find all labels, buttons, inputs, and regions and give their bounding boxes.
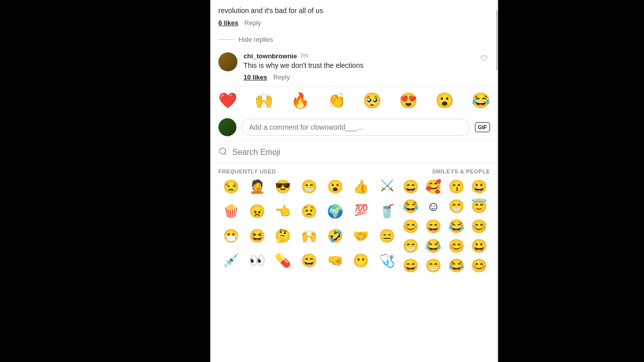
smiley-18[interactable]: 😁 <box>423 256 445 275</box>
reaction-cry[interactable]: 🥺 <box>363 92 381 109</box>
hide-line <box>218 39 233 40</box>
emoji-18[interactable]: 🙌 <box>296 227 321 250</box>
hide-replies-btn[interactable]: Hide replies <box>238 36 273 43</box>
smiley-4[interactable]: 😀 <box>468 177 491 196</box>
smiley-16[interactable]: 😀 <box>468 237 491 255</box>
emoji-27[interactable]: 😶 <box>349 251 374 275</box>
emoji-search-row <box>210 141 498 163</box>
emoji-6[interactable]: 👍 <box>349 177 374 201</box>
reaction-fire[interactable]: 🔥 <box>291 92 309 109</box>
emoji-7[interactable]: ⚔️ <box>374 177 399 201</box>
smiley-3[interactable]: 😙 <box>445 177 467 196</box>
emoji-1[interactable]: 😒 <box>218 177 244 201</box>
smiley-1[interactable]: 😄 <box>399 177 422 196</box>
emoji-24[interactable]: 💊 <box>270 251 295 275</box>
emoji-section-header: FREQUENTLY USED SMILEYS & PEOPLE <box>218 163 490 177</box>
emoji-13[interactable]: 💯 <box>349 202 374 226</box>
emoji-grid-container: FREQUENTLY USED SMILEYS & PEOPLE 😒 🤦 😎 😁… <box>210 163 498 275</box>
smiley-11[interactable]: 😂 <box>445 217 467 236</box>
smiley-19[interactable]: 😂 <box>445 256 467 275</box>
comments-area: revolution and it's bad for all of us 6 … <box>210 0 498 86</box>
smiley-2[interactable]: 🥰 <box>423 177 445 196</box>
smiley-5[interactable]: 😂 <box>399 197 422 216</box>
emoji-21[interactable]: 😑 <box>374 227 399 250</box>
main-reply-link[interactable]: Reply <box>273 73 290 81</box>
emoji-23[interactable]: 👀 <box>245 251 270 275</box>
comment-timestamp: 7m <box>300 52 308 59</box>
emoji-14[interactable]: 🥤 <box>374 202 399 226</box>
smiley-emoji-grid: 😄 🥰 😙 😀 😂 ☺️ 😁 😇 😊 😄 😂 😊 😁 😂 😊 😀 <box>399 177 490 275</box>
comment-username[interactable]: chi_townbrownie <box>244 52 297 60</box>
emoji-19[interactable]: 🤣 <box>323 227 348 250</box>
hide-replies-row: Hide replies <box>210 32 498 47</box>
top-likes-link[interactable]: 6 likes <box>218 19 238 27</box>
emoji-picker: FREQUENTLY USED SMILEYS & PEOPLE 😒 🤦 😎 😁… <box>210 141 498 362</box>
reaction-laugh[interactable]: 😂 <box>471 92 490 109</box>
smiley-15[interactable]: 😊 <box>445 237 467 255</box>
smiley-17[interactable]: 😄 <box>399 256 422 275</box>
reaction-raised-hands[interactable]: 🙌 <box>255 92 273 109</box>
right-panel <box>498 0 644 362</box>
emoji-search-input[interactable] <box>232 148 490 157</box>
emoji-5[interactable]: 😮 <box>323 177 348 201</box>
emoji-22[interactable]: 💉 <box>218 251 244 275</box>
smileys-people-label: SMILEYS & PEOPLE <box>432 168 490 174</box>
main-panel: revolution and it's bad for all of us 6 … <box>210 0 498 362</box>
emoji-9[interactable]: 😠 <box>245 202 270 226</box>
emoji-4[interactable]: 😁 <box>296 177 321 201</box>
main-likes-link[interactable]: 10 likes <box>244 73 267 81</box>
top-comment-actions: 6 likes Reply <box>218 19 490 27</box>
emoji-17[interactable]: 🤔 <box>270 227 295 250</box>
svg-line-1 <box>224 153 226 155</box>
gif-button[interactable]: GIF <box>475 122 490 132</box>
svg-point-0 <box>219 148 225 154</box>
emoji-3[interactable]: 😎 <box>270 177 295 201</box>
comment-input[interactable] <box>242 119 470 136</box>
smiley-20[interactable]: 😊 <box>468 256 491 275</box>
smiley-8[interactable]: 😇 <box>468 197 491 216</box>
emoji-8[interactable]: 🍿 <box>218 202 244 226</box>
comment-content: chi_townbrownie 7m This is why we don't … <box>244 52 472 81</box>
top-comment: revolution and it's bad for all of us 6 … <box>210 0 498 32</box>
emoji-10[interactable]: 👈 <box>270 202 295 226</box>
smiley-12[interactable]: 😊 <box>468 217 491 236</box>
emoji-28[interactable]: 🩺 <box>374 251 399 275</box>
search-icon <box>218 147 227 158</box>
emoji-reaction-bar: ❤️ 🙌 🔥 👏 🥺 😍 😮 😂 <box>210 86 498 114</box>
comment-text: This is why we don't trust the elections <box>244 61 472 71</box>
left-panel <box>0 0 210 362</box>
input-avatar <box>218 118 236 136</box>
emoji-grid-wrapper: 😒 🤦 😎 😁 😮 👍 ⚔️ 🍿 😠 👈 😟 🌍 💯 🥤 😷 😆 <box>218 177 490 275</box>
reaction-heart-eyes[interactable]: 😍 <box>399 92 418 109</box>
top-comment-text: revolution and it's bad for all of us <box>218 6 490 16</box>
emoji-25[interactable]: 😄 <box>296 251 321 275</box>
reaction-clap[interactable]: 👏 <box>327 92 346 109</box>
smiley-13[interactable]: 😁 <box>399 237 422 255</box>
smiley-7[interactable]: 😁 <box>445 197 467 216</box>
frequent-emoji-grid: 😒 🤦 😎 😁 😮 👍 ⚔️ 🍿 😠 👈 😟 🌍 💯 🥤 😷 😆 <box>218 177 399 275</box>
smiley-6[interactable]: ☺️ <box>423 197 445 216</box>
emoji-16[interactable]: 😆 <box>245 227 270 250</box>
smiley-10[interactable]: 😄 <box>423 217 445 236</box>
reaction-heart[interactable]: ❤️ <box>218 92 237 109</box>
emoji-15[interactable]: 😷 <box>218 227 244 250</box>
reaction-wow[interactable]: 😮 <box>435 92 454 109</box>
comment-actions: 10 likes Reply <box>244 73 472 81</box>
smiley-14[interactable]: 😂 <box>423 237 445 255</box>
scrollbar[interactable] <box>496 0 498 362</box>
emoji-20[interactable]: 🤝 <box>349 227 374 250</box>
avatar-image <box>218 52 237 71</box>
scrollbar-thumb[interactable] <box>496 10 498 70</box>
emoji-26[interactable]: 🤜 <box>323 251 348 275</box>
comment-input-row: GIF <box>210 114 498 141</box>
emoji-11[interactable]: 😟 <box>296 202 321 226</box>
emoji-2[interactable]: 🤦 <box>245 177 270 201</box>
heart-button[interactable] <box>478 52 490 64</box>
frequently-used-label: FREQUENTLY USED <box>218 168 276 174</box>
emoji-12[interactable]: 🌍 <box>323 202 348 226</box>
avatar <box>218 52 237 71</box>
smiley-9[interactable]: 😊 <box>399 217 422 236</box>
top-reply-link[interactable]: Reply <box>245 19 261 27</box>
main-comment-row: chi_townbrownie 7m This is why we don't … <box>210 47 498 86</box>
comment-header: chi_townbrownie 7m <box>244 52 472 60</box>
